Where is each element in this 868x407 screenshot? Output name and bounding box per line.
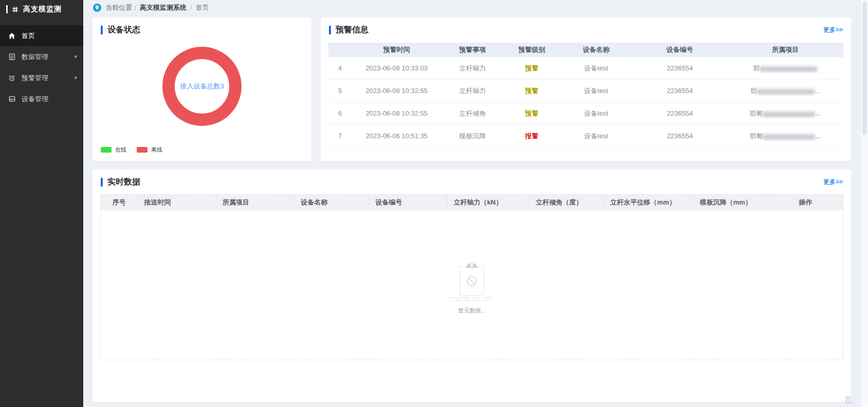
- realtime-table-body: 暂无数据...: [101, 210, 843, 360]
- sidebar: 高支模监测 首页 数据管理 ▾: [0, 0, 83, 407]
- logo-bar: [6, 5, 8, 13]
- chevron-down-icon: ▾: [74, 53, 77, 60]
- sidebar-item-data-management[interactable]: 数据管理 ▾: [0, 46, 83, 67]
- redacted-text: ▆▆▆▆▆▆▆▆▆▆▆: [757, 87, 815, 95]
- device-status-card: 设备状态 接入设备总数3 在线 离线: [93, 17, 311, 161]
- watermark-text: 8.: [845, 394, 854, 407]
- sidebar-item-label: 设备管理: [22, 95, 48, 104]
- donut-center-label: 接入设备总数3: [180, 82, 224, 91]
- online-swatch: [101, 147, 112, 153]
- warning-table-header: 预警时间 预警事项 预警级别 设备名称 设备编号 所属项目: [328, 43, 843, 57]
- warning-table: 预警时间 预警事项 预警级别 设备名称 设备编号 所属项目 4 2023-06-…: [328, 43, 843, 147]
- redacted-text: ▆▆▆▆▆▆▆▆▆▆▆: [760, 65, 818, 72]
- status-badge: 报警: [504, 132, 560, 141]
- vertical-scrollbar[interactable]: [860, 0, 868, 407]
- sidebar-item-label: 数据管理: [22, 52, 48, 62]
- empty-state: 暂无数据...: [444, 260, 500, 314]
- data-icon: [7, 52, 16, 62]
- grid-logo-icon: [11, 6, 19, 13]
- project-cell: 邯郸▆▆▆▆▆▆▆▆▆▆...: [728, 109, 843, 118]
- status-badge: 预警: [504, 86, 560, 96]
- sidebar-item-warning-management[interactable]: 预警管理 ▾: [0, 67, 83, 88]
- device-icon: [7, 95, 16, 104]
- realtime-more-link[interactable]: 更多>>: [823, 178, 843, 187]
- sidebar-item-label: 预警管理: [22, 73, 48, 83]
- status-badge: 预警: [504, 64, 560, 73]
- app-logo: 高支模监测: [0, 0, 83, 19]
- page-content: 设备状态 接入设备总数3 在线 离线: [83, 15, 860, 402]
- warning-info-card: 预警信息 更多>> 预警时间 预警事项 预警级别 设备名称 设备编号 所属项目: [321, 17, 851, 161]
- breadcrumb-current: 首页: [196, 3, 209, 12]
- redacted-text: ▆▆▆▆▆▆▆▆▆▆: [763, 110, 816, 117]
- sidebar-item-home[interactable]: 首页: [0, 25, 83, 46]
- title-accent-bar: [329, 26, 331, 34]
- scrollbar-thumb[interactable]: [862, 2, 867, 135]
- alarm-icon: [7, 73, 16, 83]
- breadcrumb-system[interactable]: 高支模监测系统: [140, 3, 187, 12]
- warning-info-title: 预警信息: [336, 25, 368, 35]
- breadcrumb: 当前位置： 高支模监测系统 / 首页: [83, 0, 860, 15]
- realtime-data-title: 实时数据: [107, 177, 140, 188]
- status-badge: 预警: [504, 109, 560, 118]
- legend-item-offline: 离线: [137, 146, 162, 154]
- legend-item-online: 在线: [101, 146, 126, 154]
- project-cell: 邯▆▆▆▆▆▆▆▆▆▆▆...: [728, 86, 843, 96]
- realtime-data-card: 实时数据 更多>> 序号 推送时间 所属项目 设备名称 设备编号 立杆轴力（kN…: [93, 170, 851, 402]
- sidebar-item-device-management[interactable]: 设备管理: [0, 88, 83, 109]
- breadcrumb-location-label: 当前位置：: [105, 3, 139, 12]
- main-area: 当前位置： 高支模监测系统 / 首页 设备状态 接入设备总数3: [83, 0, 860, 407]
- empty-text: 暂无数据...: [458, 307, 485, 314]
- home-icon: [7, 31, 16, 41]
- table-row[interactable]: 7 2023-06-06 10:51:35 模板沉降 报警 设备test 223…: [328, 125, 843, 147]
- title-accent-bar: [101, 26, 103, 34]
- sidebar-nav: 首页 数据管理 ▾ 预警管理 ▾: [0, 19, 83, 109]
- sidebar-item-label: 首页: [22, 31, 35, 41]
- device-status-title: 设备状态: [107, 25, 140, 35]
- donut-legend: 在线 离线: [101, 146, 162, 154]
- title-accent-bar: [101, 178, 103, 187]
- project-cell: 邯郸▆▆▆▆▆▆▆▆▆▆...: [728, 132, 843, 141]
- location-pin-icon: [93, 4, 101, 12]
- table-row[interactable]: 6 2023-06-08 10:32:55 立杆倾角 预警 设备test 223…: [328, 102, 843, 125]
- realtime-table: 序号 推送时间 所属项目 设备名称 设备编号 立杆轴力（kN） 立杆倾角（度） …: [100, 194, 843, 360]
- table-row[interactable]: 5 2023-06-08 10:32:55 立杆轴力 预警 设备test 223…: [328, 80, 843, 102]
- realtime-table-header: 序号 推送时间 所属项目 设备名称 设备编号 立杆轴力（kN） 立杆倾角（度） …: [101, 195, 843, 210]
- table-row[interactable]: 4 2023-06-08 10:33:03 立杆轴力 预警 设备test 223…: [328, 57, 843, 80]
- no-data-icon: [444, 260, 500, 304]
- breadcrumb-separator: /: [190, 4, 192, 11]
- offline-swatch: [137, 147, 147, 153]
- chevron-down-icon: ▾: [74, 75, 77, 81]
- app-title: 高支模监测: [23, 5, 62, 14]
- redacted-text: ▆▆▆▆▆▆▆▆▆▆: [763, 133, 816, 140]
- warning-more-link[interactable]: 更多>>: [823, 26, 843, 34]
- project-cell: 邯▆▆▆▆▆▆▆▆▆▆▆: [728, 64, 843, 73]
- device-status-donut[interactable]: 接入设备总数3: [162, 47, 242, 126]
